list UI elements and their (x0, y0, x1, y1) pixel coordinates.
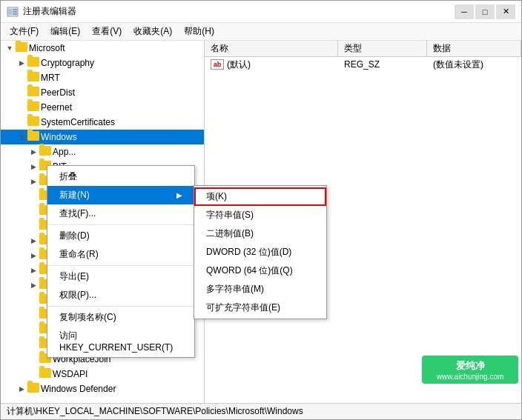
ctx-item-collapse[interactable]: 折叠 (47, 167, 194, 186)
list-header: 名称 类型 数据 (205, 41, 521, 57)
submenu-item-binary[interactable]: 二进制值(B) (194, 224, 326, 243)
expand-net2[interactable]: ▶ (27, 263, 39, 278)
ctx-item-hkcu[interactable]: 访问 HKEY_CURRENT_USER(T) (47, 327, 194, 356)
ctx-item-find[interactable]: 查找(F)... (47, 204, 194, 223)
col-header-type: 类型 (338, 41, 427, 56)
submenu-item-dword[interactable]: DWORD (32 位)值(D) (194, 243, 326, 261)
submenu: 项(K) 字符串值(S) 二进制值(B) DWORD (32 位)值(D) QW… (194, 185, 327, 319)
expand-peerdist[interactable] (16, 85, 27, 100)
expand-cryptography[interactable]: ▶ (16, 56, 27, 70)
folder-icon-wsdapi (39, 368, 51, 380)
expand-wsdapi[interactable] (27, 367, 39, 381)
expand-net3[interactable]: ▶ (27, 278, 39, 293)
expand-net1[interactable]: ▶ (27, 248, 39, 263)
ctx-item-new[interactable]: 新建(N) ▶ (47, 186, 194, 204)
status-bar: 计算机\HKEY_LOCAL_MACHINE\SOFTWARE\Policies… (1, 403, 521, 419)
folder-icon-app (39, 146, 51, 158)
ctx-item-rename[interactable]: 重命名(R) (47, 245, 194, 264)
expand-enh[interactable] (27, 219, 39, 233)
folder-icon-microsoft (16, 42, 27, 54)
menu-view[interactable]: 查看(V) (86, 24, 128, 39)
tree-item-windows[interactable]: ▼ Windows (1, 130, 204, 144)
ctx-divider-3 (47, 306, 194, 307)
expand-windowsdefender[interactable]: ▶ (16, 381, 27, 396)
expand-bit[interactable]: ▶ (27, 159, 39, 174)
watermark: 爱纯净 www.aichunjing.com (422, 356, 518, 384)
svg-rect-3 (13, 11, 17, 13)
menu-help[interactable]: 帮助(H) (178, 24, 220, 39)
menu-bar: 文件(F) 编辑(E) 查看(V) 收藏夹(A) 帮助(H) (1, 23, 521, 41)
cell-type: REG_SZ (338, 57, 427, 72)
minimize-button[interactable]: ─ (455, 4, 474, 19)
expand-windows[interactable]: ▼ (16, 130, 27, 144)
folder-icon-systemcerts (27, 116, 39, 128)
folder-icon-peernet (27, 101, 39, 113)
menu-file[interactable]: 文件(F) (4, 24, 44, 39)
tree-label-windows: Windows (41, 132, 201, 142)
folder-icon-peerdist (27, 87, 39, 99)
ctx-item-permissions[interactable]: 权限(P)... (47, 286, 194, 304)
folder-icon-windowsdefender (27, 383, 39, 395)
maximize-button[interactable]: □ (475, 4, 495, 19)
expand-microsoft[interactable]: ▼ (4, 41, 16, 56)
tree-item-mrt[interactable]: MRT (1, 70, 204, 85)
expand-dat[interactable] (27, 189, 39, 204)
tree-label-peernet: Peernet (41, 102, 201, 113)
expand-safe[interactable] (27, 293, 39, 307)
title-bar: 注册表编辑器 ─ □ ✕ (1, 1, 521, 23)
tree-label-systemcerts: SystemCertificates (41, 117, 201, 127)
svg-rect-2 (13, 9, 17, 10)
tree-item-peerdist[interactable]: PeerDist (1, 85, 204, 100)
list-row[interactable]: ab (默认) REG_SZ (数值未设置) (205, 57, 521, 72)
expand-workplacejoin[interactable] (27, 352, 39, 367)
expand-settingsync[interactable] (27, 307, 39, 322)
tree-label-mrt: MRT (41, 73, 201, 83)
svg-rect-1 (8, 9, 12, 15)
tree-item-windowsdefender[interactable]: ▶ Windows Defender (1, 381, 204, 396)
tree-item-peernet[interactable]: Peernet (1, 100, 204, 115)
close-button[interactable]: ✕ (496, 4, 515, 19)
expand-system[interactable] (27, 322, 39, 337)
ctx-item-copyname[interactable]: 复制项名称(C) (47, 308, 194, 327)
folder-icon-mrt (27, 72, 39, 84)
expand-ips[interactable]: ▶ (27, 233, 39, 248)
folder-icon-windows (27, 131, 39, 143)
col-header-name: 名称 (205, 41, 338, 56)
submenu-item-string[interactable]: 字符串值(S) (194, 206, 326, 224)
submenu-item-qword[interactable]: QWORD (64 位)值(Q) (194, 261, 326, 280)
ctx-divider-2 (47, 265, 194, 266)
cell-name: ab (默认) (205, 57, 338, 72)
menu-edit[interactable]: 编辑(E) (44, 24, 86, 39)
context-menu: 折叠 新建(N) ▶ 查找(F)... 删除(D) 重命名(R) 导出(E) 权… (47, 165, 195, 358)
main-content: ▼ Microsoft ▶ Cryptography MRT (1, 41, 521, 403)
submenu-item-key[interactable]: 项(K) (194, 187, 326, 206)
tree-item-microsoft[interactable]: ▼ Microsoft (1, 41, 204, 56)
window-title: 注册表编辑器 (23, 5, 76, 18)
submenu-item-expandstring[interactable]: 可扩充字符串值(E) (194, 299, 326, 317)
tree-item-wsdapi[interactable]: WSDAPI (1, 367, 204, 381)
tree-item-cryptography[interactable]: ▶ Cryptography (1, 56, 204, 70)
expand-systemcerts[interactable] (16, 115, 27, 130)
row-name-value: (默认) (227, 59, 251, 71)
tree-item-app[interactable]: ▶ App... (1, 144, 204, 159)
expand-cur[interactable]: ▶ (27, 174, 39, 189)
expand-mrt[interactable] (16, 70, 27, 85)
ctx-divider-1 (47, 224, 194, 225)
ab-icon: ab (211, 59, 224, 70)
title-bar-left: 注册表编辑器 (7, 5, 76, 18)
expand-app[interactable]: ▶ (27, 144, 39, 159)
expand-del[interactable] (27, 204, 39, 219)
ctx-item-delete[interactable]: 删除(D) (47, 227, 194, 245)
submenu-item-multistring[interactable]: 多字符串值(M) (194, 280, 326, 299)
tree-label-windowsdefender: Windows Defender (41, 384, 201, 394)
expand-wcmsvc[interactable] (27, 337, 39, 352)
folder-icon-cryptography (27, 57, 39, 69)
app-icon (7, 6, 19, 18)
tree-label-cryptography: Cryptography (41, 58, 201, 68)
watermark-brand: 爱纯净 (456, 359, 485, 373)
ctx-item-export[interactable]: 导出(E) (47, 267, 194, 286)
window-controls: ─ □ ✕ (455, 4, 515, 19)
tree-item-systemcerts[interactable]: SystemCertificates (1, 115, 204, 130)
menu-favorites[interactable]: 收藏夹(A) (128, 24, 178, 39)
expand-peernet[interactable] (16, 100, 27, 115)
